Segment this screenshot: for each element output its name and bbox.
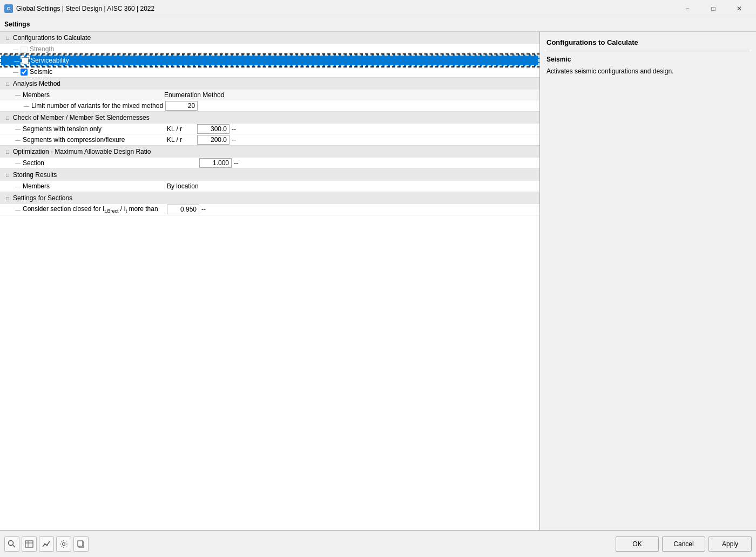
collapse-icon-4: □ (4, 148, 11, 155)
closed-section-input[interactable] (167, 205, 199, 214)
search-icon-btn[interactable] (4, 536, 19, 552)
settings-header: Settings (0, 17, 756, 32)
section-optimization-header[interactable]: □ Optimization - Maximum Allowable Desig… (0, 146, 539, 158)
right-panel: Configurations to Calculate Seismic Acti… (540, 32, 756, 530)
limit-variants-input[interactable] (165, 101, 198, 111)
section-analysis-method-content: — Members Enumeration Method — Limit num… (0, 90, 539, 111)
maximize-button[interactable]: □ (701, 0, 726, 17)
collapse-icon: □ (4, 35, 11, 41)
table-icon-btn[interactable] (22, 536, 37, 552)
section-settings-sections-content: — Consider section closed for It,Brect /… (0, 204, 539, 215)
table-icon (25, 540, 33, 548)
section-settings-sections: □ Settings for Sections — Consider secti… (0, 192, 539, 215)
right-panel-title: Configurations to Calculate (546, 38, 750, 46)
svg-rect-9 (78, 541, 83, 546)
settings2-icon-btn[interactable] (56, 536, 71, 552)
graph-icon-btn[interactable] (39, 536, 54, 552)
svg-line-1 (13, 545, 16, 547)
svg-point-5 (44, 543, 46, 545)
section-storing-results: □ Storing Results — Members By location (0, 169, 539, 192)
window-title: Global Settings | Steel Design | AISC 36… (16, 5, 154, 12)
closed-section-label: Consider section closed for It,Brect / I… (23, 205, 158, 214)
analysis-members-label: Members (23, 91, 50, 99)
closed-section-unit: -- (199, 205, 215, 214)
section-check-slenderness-content: — Segments with tension only KL / r -- — (0, 124, 539, 145)
compression-unit: -- (230, 135, 246, 145)
section-check-slenderness: □ Check of Member / Member Set Slenderne… (0, 112, 539, 146)
enumeration-method-label: Enumeration Method (162, 90, 226, 100)
tension-unit: -- (230, 124, 246, 134)
content-area: □ Configurations to Calculate — Strength… (0, 32, 756, 530)
storing-members-row: — Members By location (0, 181, 539, 192)
storing-members-label: Members (23, 182, 50, 190)
storing-members-value: By location (165, 181, 230, 191)
analysis-limit-variants-row: — Limit number of variants for the mixed… (0, 100, 539, 111)
section-analysis-method-label: Analysis Method (13, 80, 60, 87)
svg-point-0 (9, 540, 14, 545)
section-optimization-content: — Section -- (0, 158, 539, 168)
collapse-icon-6: □ (4, 195, 11, 201)
graph-icon (42, 540, 51, 548)
right-panel-divider (546, 51, 750, 51)
section-settings-sections-header[interactable]: □ Settings for Sections (0, 192, 539, 204)
serviceability-checkbox[interactable] (22, 57, 29, 64)
title-bar: G Global Settings | Steel Design | AISC … (0, 0, 756, 17)
ok-button[interactable]: OK (616, 536, 659, 552)
compression-row: — Segments with compression/flexure KL /… (0, 134, 539, 145)
search-icon (8, 540, 16, 548)
settings2-icon (59, 540, 68, 548)
section-check-slenderness-header[interactable]: □ Check of Member / Member Set Slenderne… (0, 112, 539, 124)
svg-point-6 (46, 544, 48, 546)
collapse-icon-5: □ (4, 172, 11, 178)
section-storing-results-content: — Members By location (0, 181, 539, 192)
apply-button[interactable]: Apply (708, 536, 752, 552)
section-storing-results-label: Storing Results (13, 171, 57, 179)
config-serviceability-row: — Serviceability (0, 55, 539, 66)
section-optimization: □ Optimization - Maximum Allowable Desig… (0, 146, 539, 169)
strength-checkbox[interactable] (21, 46, 28, 53)
closed-section-row: — Consider section closed for It,Brect /… (0, 204, 539, 215)
settings-label: Settings (4, 21, 30, 28)
section-check-slenderness-label: Check of Member / Member Set Slenderness… (13, 114, 150, 121)
analysis-limit-variants-label: Limit number of variants for the mixed m… (31, 102, 163, 110)
close-button[interactable]: ✕ (727, 0, 752, 17)
optimization-section-label: Section (23, 159, 44, 167)
seismic-label: Seismic (30, 68, 52, 76)
compression-label: Segments with compression/flexure (23, 136, 125, 144)
serviceability-label: Serviceability (31, 57, 69, 64)
section-analysis-method-header[interactable]: □ Analysis Method (0, 78, 539, 90)
right-panel-subtitle: Seismic (546, 56, 750, 63)
bottom-bar: OK Cancel Apply (0, 530, 756, 557)
compression-value-input[interactable] (197, 135, 230, 145)
section-optimization-label: Optimization - Maximum Allowable Design … (13, 148, 151, 155)
tension-value-input[interactable] (197, 124, 230, 134)
optimization-section-input[interactable] (199, 158, 232, 168)
analysis-members-row: — Members Enumeration Method (0, 90, 539, 100)
copy-icon-btn[interactable] (73, 536, 89, 552)
section-configurations-label: Configurations to Calculate (13, 34, 91, 42)
collapse-icon-3: □ (4, 114, 11, 121)
section-analysis-method: □ Analysis Method — Members Enumeration … (0, 78, 539, 112)
config-seismic-row: — Seismic (0, 66, 539, 77)
svg-point-7 (63, 542, 65, 545)
section-configurations-content: — Strength — Serviceability — Seism (0, 44, 539, 77)
tension-only-label: Segments with tension only (23, 125, 102, 133)
right-panel-description: Activates seismic configurations and des… (546, 66, 750, 76)
bottom-left-icons (4, 536, 89, 552)
svg-rect-2 (25, 541, 33, 547)
section-configurations: □ Configurations to Calculate — Strength… (0, 32, 539, 78)
optimization-section-row: — Section -- (0, 158, 539, 168)
bottom-right-buttons: OK Cancel Apply (616, 536, 752, 552)
minimize-button[interactable]: − (675, 0, 700, 17)
section-configurations-header[interactable]: □ Configurations to Calculate (0, 32, 539, 44)
title-bar-left: G Global Settings | Steel Design | AISC … (4, 4, 154, 13)
tension-only-row: — Segments with tension only KL / r -- (0, 124, 539, 134)
section-storing-results-header[interactable]: □ Storing Results (0, 169, 539, 181)
config-strength-row: — Strength (0, 44, 539, 55)
section-settings-sections-label: Settings for Sections (13, 194, 72, 202)
strength-label: Strength (30, 45, 54, 53)
app-icon: G (4, 4, 13, 13)
seismic-checkbox[interactable] (21, 69, 28, 76)
title-bar-controls: − □ ✕ (675, 0, 752, 17)
cancel-button[interactable]: Cancel (662, 536, 705, 552)
